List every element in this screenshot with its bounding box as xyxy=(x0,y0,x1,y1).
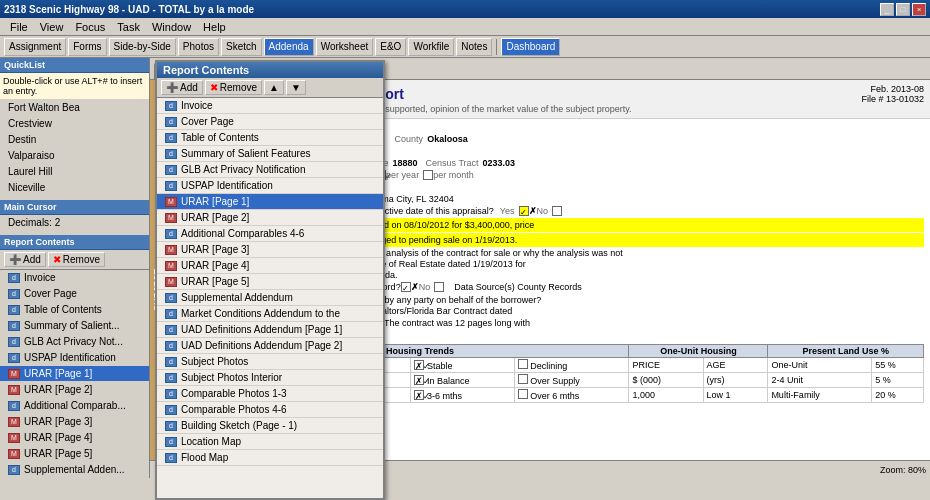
sidebar-li-urar2[interactable]: MURAR [Page 2] xyxy=(0,382,149,398)
declining-cb[interactable] xyxy=(518,359,528,369)
tab-workfile[interactable]: Workfile xyxy=(408,38,454,56)
yes-checkbox[interactable] xyxy=(519,206,529,216)
sidebar-li-uspap[interactable]: dUSPAP Identification xyxy=(0,350,149,366)
left-sidebar: QuickList Double-click or use ALT+# to i… xyxy=(0,58,150,478)
menu-task[interactable]: Task xyxy=(111,20,146,34)
menu-focus[interactable]: Focus xyxy=(69,20,111,34)
summary-icon: d xyxy=(165,149,177,159)
oversupply-cb[interactable] xyxy=(518,374,528,384)
quicklist-header: QuickList xyxy=(0,58,149,73)
tab-sidebyside[interactable]: Side-by-Side xyxy=(109,38,176,56)
comp46-icon: d xyxy=(165,229,177,239)
decimals-setting[interactable]: Decimals: 2 xyxy=(0,215,149,231)
menu-file[interactable]: File xyxy=(4,20,34,34)
item-sketch[interactable]: dBuilding Sketch (Page - 1) xyxy=(157,418,383,434)
no-checkbox[interactable] xyxy=(552,206,562,216)
sidebar-li-toc[interactable]: dTable of Contents xyxy=(0,302,149,318)
panel-remove-button[interactable]: ✖ Remove xyxy=(205,80,262,95)
36mths-cb[interactable]: ✗ xyxy=(414,390,424,400)
item-uadd2[interactable]: dUAD Definitions Addendum [Page 2] xyxy=(157,338,383,354)
menu-window[interactable]: Window xyxy=(146,20,197,34)
tab-eo[interactable]: E&O xyxy=(375,38,406,56)
sidebar-item-crestview[interactable]: Crestview xyxy=(0,116,149,132)
sidebar-item-destin[interactable]: Destin xyxy=(0,132,149,148)
item-urar1[interactable]: MURAR [Page 1] xyxy=(157,194,383,210)
over6-cb[interactable] xyxy=(518,389,528,399)
col-housing: One-Unit Housing xyxy=(629,345,768,358)
tab-addenda[interactable]: Addenda xyxy=(264,38,314,56)
inbalance-cb[interactable]: ✗ xyxy=(414,375,424,385)
item-urar2[interactable]: MURAR [Page 2] xyxy=(157,210,383,226)
title-bar: 2318 Scenic Highway 98 - UAD - TOTAL by … xyxy=(0,0,930,18)
date-info: Feb. 2013-08 xyxy=(861,84,924,94)
sidebar-item-fortwalton[interactable]: Fort Walton Bea xyxy=(0,100,149,116)
sidebar-item-laurelhill[interactable]: Laurel Hill xyxy=(0,164,149,180)
sidebar-li-urar5[interactable]: MURAR [Page 5] xyxy=(0,446,149,462)
sidebar-li-urar4[interactable]: MURAR [Page 4] xyxy=(0,430,149,446)
sidebar-li-urar3[interactable]: MURAR [Page 3] xyxy=(0,414,149,430)
menu-view[interactable]: View xyxy=(34,20,70,34)
item-uadd1[interactable]: dUAD Definitions Addendum [Page 1] xyxy=(157,322,383,338)
tab-assignment[interactable]: Assignment xyxy=(4,38,66,56)
tab-sketch[interactable]: Sketch xyxy=(221,38,262,56)
file-info: Feb. 2013-08 File # 13-01032 xyxy=(861,84,924,104)
sidebar-item-valparaiso[interactable]: Valparaiso xyxy=(0,148,149,164)
maximize-button[interactable]: □ xyxy=(896,3,910,16)
sketch-icon: d xyxy=(165,421,177,431)
minimize-button[interactable]: _ xyxy=(880,3,894,16)
sidebar-li-cover[interactable]: dCover Page xyxy=(0,286,149,302)
item-summary[interactable]: dSummary of Salient Features xyxy=(157,146,383,162)
panel-toolbar: ➕ Add ✖ Remove ▲ ▼ xyxy=(157,78,383,98)
sidebar-li-urar1[interactable]: MURAR [Page 1] xyxy=(0,366,149,382)
peryear-checkbox[interactable] xyxy=(423,170,433,180)
sidebar-contents-list: dInvoice dCover Page dTable of Contents … xyxy=(0,270,149,478)
stable-cb[interactable]: ✗ xyxy=(414,360,424,370)
item-subjphint[interactable]: dSubject Photos Interior xyxy=(157,370,383,386)
file-number: File # 13-01032 xyxy=(861,94,924,104)
item-comp13[interactable]: dComparable Photos 1-3 xyxy=(157,386,383,402)
m-icon1: M xyxy=(8,369,20,379)
sidebar-li-glb[interactable]: dGLB Act Privacy Not... xyxy=(0,334,149,350)
invoice-icon: d xyxy=(165,101,177,111)
item-flood[interactable]: dFlood Map xyxy=(157,450,383,466)
sidebar-add-button[interactable]: ➕ Add xyxy=(4,252,46,267)
sidebar-li-invoice[interactable]: dInvoice xyxy=(0,270,149,286)
item-urar4[interactable]: MURAR [Page 4] xyxy=(157,258,383,274)
seller-no-cb[interactable] xyxy=(434,282,444,292)
item-locmap[interactable]: dLocation Map xyxy=(157,434,383,450)
maincursor-header: Main Cursor xyxy=(0,200,149,215)
item-urar3[interactable]: MURAR [Page 3] xyxy=(157,242,383,258)
seller-yes-cb[interactable] xyxy=(401,282,411,292)
item-cover[interactable]: dCover Page xyxy=(157,114,383,130)
tab-notes[interactable]: Notes xyxy=(456,38,492,56)
item-invoice[interactable]: dInvoice xyxy=(157,98,383,114)
tab-dashboard[interactable]: Dashboard xyxy=(501,38,560,56)
panel-remove-icon: ✖ xyxy=(210,82,218,93)
sidebar-item-niceville[interactable]: Niceville xyxy=(0,180,149,196)
sidebar-li-comp46[interactable]: dAdditional Comparab... xyxy=(0,398,149,414)
item-urar5[interactable]: MURAR [Page 5] xyxy=(157,274,383,290)
close-button[interactable]: × xyxy=(912,3,926,16)
item-comp46[interactable]: dAdditional Comparables 4-6 xyxy=(157,226,383,242)
tab-photos[interactable]: Photos xyxy=(178,38,219,56)
item-suppl[interactable]: dSupplemental Addendum xyxy=(157,290,383,306)
panel-up-button[interactable]: ▲ xyxy=(264,80,284,95)
item-comp46b[interactable]: dComparable Photos 4-6 xyxy=(157,402,383,418)
tab-forms[interactable]: Forms xyxy=(68,38,106,56)
sidebar-li-summary[interactable]: dSummary of Salient... xyxy=(0,318,149,334)
item-mktcond[interactable]: dMarket Conditions Addendum to the xyxy=(157,306,383,322)
panel-down-button[interactable]: ▼ xyxy=(286,80,306,95)
sidebar-panel-toolbar: ➕ Add ✖ Remove xyxy=(0,250,149,270)
item-uspap[interactable]: dUSPAP Identification xyxy=(157,178,383,194)
sidebar-li-suppl[interactable]: dSupplemental Adden... xyxy=(0,462,149,478)
age-header: AGE xyxy=(703,358,768,373)
panel-add-button[interactable]: ➕ Add xyxy=(161,80,203,95)
sidebar-remove-button[interactable]: ✖ Remove xyxy=(48,252,105,267)
item-subjphoto[interactable]: dSubject Photos xyxy=(157,354,383,370)
m-icon2: M xyxy=(8,385,20,395)
item-glb[interactable]: dGLB Act Privacy Notification xyxy=(157,162,383,178)
doc-icon3: d xyxy=(8,305,20,315)
menu-help[interactable]: Help xyxy=(197,20,232,34)
item-toc[interactable]: dTable of Contents xyxy=(157,130,383,146)
tab-worksheet[interactable]: Worksheet xyxy=(316,38,374,56)
